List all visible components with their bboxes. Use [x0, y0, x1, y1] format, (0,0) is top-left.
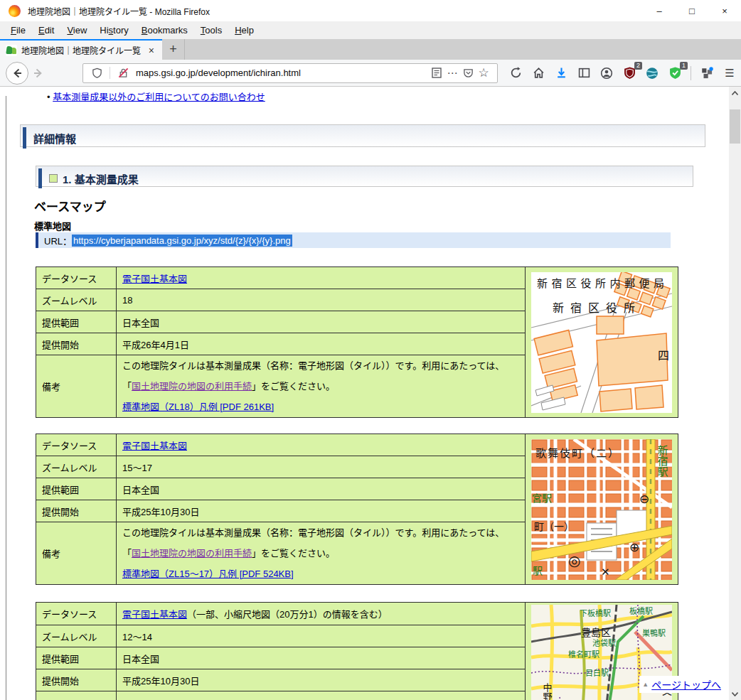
- svg-text:⊖: ⊖: [639, 492, 649, 506]
- svg-text:宮駅: 宮駅: [532, 492, 552, 504]
- range-value: 日本全国: [117, 478, 526, 500]
- reader-mode-icon[interactable]: [429, 65, 444, 81]
- zoom-value: 12～14: [117, 625, 526, 647]
- url-bar[interactable]: maps.gsi.go.jp/development/ichiran.html …: [82, 63, 498, 83]
- legend-pdf-link[interactable]: 標準地図（ZL18）凡例 [PDF 261KB]: [122, 402, 274, 412]
- tracking-protection-shield-icon[interactable]: [89, 65, 105, 81]
- bookmark-star-icon[interactable]: ☆: [476, 65, 491, 81]
- extensions-icon[interactable]: [698, 64, 716, 82]
- tab-bar: 地理院地図｜地理院タイル一覧 × +: [0, 39, 741, 60]
- row-label-datasource: データソース: [36, 603, 117, 625]
- page-top-link[interactable]: ページトップへ: [651, 677, 721, 691]
- menu-view[interactable]: View: [60, 23, 93, 38]
- antivirus-shield-icon[interactable]: 1: [666, 64, 684, 82]
- scroll-up-icon[interactable]: [729, 87, 741, 99]
- remark-bracket: 「: [122, 548, 132, 559]
- remark-text: この地理院タイルは基本測量成果（名称：電子地形図（タイル））です。利用にあたって…: [122, 360, 504, 371]
- section-1-title: 1. 基本測量成果: [63, 171, 139, 186]
- datasource-link[interactable]: 電子国土基本図: [122, 441, 187, 451]
- svg-text:四: 四: [658, 350, 669, 362]
- tab-close-icon[interactable]: ×: [146, 45, 156, 56]
- row-label-remarks: 備考: [36, 522, 117, 585]
- pocket-icon[interactable]: [460, 65, 476, 81]
- tile-table-2: データソース 電子国土基本図: [36, 434, 678, 585]
- section-1-header: 1. 基本測量成果: [36, 166, 693, 187]
- datasource-suffix: （一部、小縮尺地図（20万分1）の情報を含む）: [187, 609, 388, 620]
- remark-bracket-close: 」をご覧ください。: [252, 548, 335, 559]
- page-border-line: [6, 96, 6, 700]
- range-value: 日本全国: [117, 311, 526, 333]
- usage-procedure-link[interactable]: 国土地理院の地図の利用手続: [132, 548, 252, 559]
- svg-text:◎: ◎: [568, 553, 580, 569]
- downloads-button[interactable]: [552, 64, 570, 82]
- page-actions-icon[interactable]: ⋯: [444, 65, 460, 81]
- active-tab[interactable]: 地理院地図｜地理院タイル一覧 ×: [0, 39, 162, 60]
- urlbar-separator: [110, 67, 110, 79]
- gsi-favicon-icon: [6, 45, 17, 56]
- tile-table-1: データソース 電子国土基本図: [36, 266, 678, 418]
- navigation-toolbar: maps.gsi.go.jp/development/ichiran.html …: [0, 60, 741, 87]
- menu-file[interactable]: File: [4, 23, 32, 38]
- zoom-value: 18: [117, 289, 526, 311]
- triangle-up-icon: ▲: [642, 681, 649, 688]
- url-label: URL：: [44, 234, 72, 247]
- new-tab-button[interactable]: +: [162, 39, 185, 60]
- tile-url-selected-text[interactable]: https://cyberjapandata.gsi.go.jp/xyz/std…: [72, 235, 292, 247]
- maximize-button[interactable]: □: [676, 0, 708, 21]
- vertical-scrollbar[interactable]: [729, 87, 741, 700]
- reload-button[interactable]: [506, 64, 525, 82]
- menu-edit[interactable]: Edit: [32, 23, 60, 38]
- table-cell-filler: [36, 691, 117, 700]
- globe-addon-icon[interactable]: [643, 64, 661, 82]
- svg-text:町（一）: 町（一）: [534, 521, 574, 532]
- row-label-range: 提供範囲: [36, 478, 117, 500]
- usage-procedure-link[interactable]: 国土地理院の地図の利用手続: [132, 381, 252, 392]
- menu-tools[interactable]: Tools: [194, 23, 228, 38]
- ublock-origin-icon[interactable]: 2: [620, 64, 639, 82]
- svg-text:椎名町駅: 椎名町駅: [568, 650, 599, 659]
- forward-button[interactable]: [28, 63, 48, 83]
- zoom-value: 15～17: [117, 456, 526, 478]
- remark-bracket-close: 」をご覧ください。: [252, 381, 335, 392]
- row-label-datasource: データソース: [36, 434, 117, 456]
- map-preview-cell: 新宿区役所内郵便局 新宿区役所 四: [526, 267, 678, 418]
- datasource-link[interactable]: 電子国土基本図: [122, 609, 187, 620]
- account-button[interactable]: [597, 64, 616, 82]
- inquiry-link[interactable]: 基本測量成果以外のご利用についてのお問い合わせ: [53, 92, 265, 102]
- tab-title: 地理院地図｜地理院タイル一覧: [21, 44, 142, 56]
- legend-pdf-link[interactable]: 標準地図（ZL15～17）凡例 [PDF 524KB]: [122, 569, 294, 579]
- firefox-logo-icon: [9, 5, 21, 17]
- home-button[interactable]: [529, 64, 548, 82]
- row-label-start: 提供開始: [36, 333, 117, 355]
- menu-bookmarks[interactable]: Bookmarks: [135, 23, 194, 38]
- top-bullet-link-row: • 基本測量成果以外のご利用についてのお問い合わせ: [47, 90, 265, 103]
- table-cell-filler: [117, 691, 526, 700]
- start-value: 平成25年10月30日: [117, 500, 526, 522]
- menu-help[interactable]: Help: [228, 23, 260, 38]
- datasource-link[interactable]: 電子国土基本図: [122, 274, 187, 284]
- svg-text:中野区: 中野区: [542, 683, 553, 700]
- back-button[interactable]: [6, 62, 28, 85]
- menu-history[interactable]: History: [93, 23, 134, 38]
- url-text[interactable]: maps.gsi.go.jp/development/ichiran.html: [136, 68, 429, 78]
- row-label-start: 提供開始: [36, 669, 117, 691]
- row-label-start: 提供開始: [36, 500, 117, 522]
- svg-text:池袋駅: 池袋駅: [592, 638, 616, 647]
- sidebar-button[interactable]: [575, 64, 593, 82]
- map-preview-cell: 歌舞伎町（二） 新宿駅 宮駅 町（一） 駅 ⊖ ◎ ⊕ ✕: [526, 434, 678, 585]
- close-button[interactable]: ×: [708, 0, 741, 21]
- range-value: 日本全国: [117, 647, 526, 669]
- row-label-datasource: データソース: [36, 267, 117, 289]
- remark-bracket: 「: [122, 381, 132, 392]
- scroll-down-icon[interactable]: [729, 688, 741, 700]
- toolbar-separator: [691, 66, 691, 80]
- minimize-button[interactable]: –: [643, 0, 676, 21]
- app-menu-button[interactable]: ☰: [720, 64, 739, 82]
- page-top-box: ▲ ページトップへ: [639, 676, 724, 693]
- svg-text:板橋駅: 板橋駅: [629, 606, 653, 615]
- svg-text:✕: ✕: [601, 566, 610, 578]
- window-titlebar: 地理院地図｜地理院タイル一覧 - Mozilla Firefox – □ ×: [0, 0, 741, 21]
- svg-text:豊島区: 豊島区: [581, 627, 611, 638]
- insecure-lock-icon[interactable]: [115, 65, 131, 81]
- scrollbar-thumb[interactable]: [730, 109, 740, 144]
